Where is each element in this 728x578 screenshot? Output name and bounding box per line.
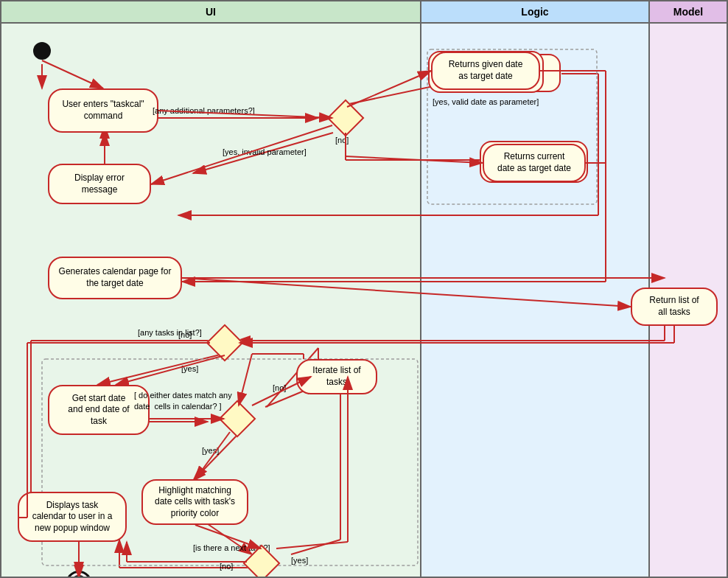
diagram-container: UI Logic Model xyxy=(0,0,728,578)
diamond-any-tasks xyxy=(210,328,239,358)
yes-invalid-label: [yes, invalid parameter] xyxy=(223,147,307,156)
yes-valid-label: [yes, valid date as parameter] xyxy=(433,97,539,106)
header-logic: Logic xyxy=(421,1,650,22)
yes-label-dates: [yes] xyxy=(202,446,219,455)
yes-label-next: [yes] xyxy=(291,556,308,565)
displays-task-node: Displays taskcalendar to user in anew po… xyxy=(18,492,127,542)
generates-calendar-node: Generates calendar page for the target d… xyxy=(48,257,182,299)
header-ui: UI xyxy=(1,1,421,22)
no-label-dates: [no] xyxy=(273,383,286,392)
any-additional-label: [any additional parameters?] xyxy=(153,106,255,115)
start-circle xyxy=(33,42,51,60)
no-label-next: [no] xyxy=(220,562,233,571)
user-enters-node: User enters "taskcal" command xyxy=(48,88,158,133)
return-list-node: Return list ofall tasks xyxy=(631,288,718,326)
display-error-node: Display errormessage xyxy=(48,164,151,204)
returns-current-date-node: Returns currentdate as target date xyxy=(483,144,586,182)
diamond-dates-match xyxy=(223,404,252,434)
content-area: User enters "taskcal" command Display er… xyxy=(1,24,727,578)
yes-label-tasks: [yes] xyxy=(181,364,198,373)
col-logic xyxy=(421,24,650,578)
header-model: Model xyxy=(650,1,727,22)
diamond-params xyxy=(331,103,360,133)
returns-given-date-node: Returns given dateas target date xyxy=(431,52,540,90)
diamond-next-task xyxy=(247,549,276,578)
highlight-matching-node: Highlight matchingdate cells with task's… xyxy=(141,479,248,525)
header-row: UI Logic Model xyxy=(1,1,727,24)
iterate-list-node: Iterate list oftasks xyxy=(296,359,377,394)
no-label1: [no] xyxy=(335,136,349,144)
no-label-tasks: [no] xyxy=(178,330,192,339)
any-tasks-label: [any tasks in list?] xyxy=(138,328,202,337)
